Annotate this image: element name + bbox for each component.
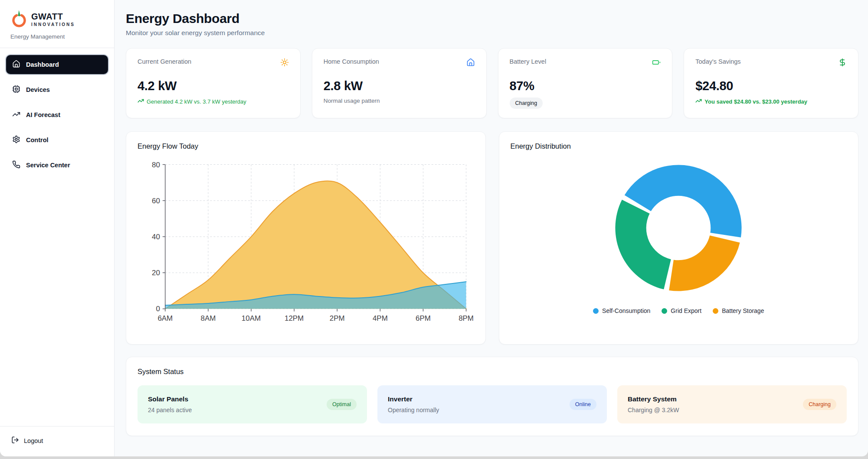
- legend-item[interactable]: Battery Storage: [713, 307, 764, 314]
- section-title: System Status: [138, 368, 847, 376]
- svg-text:6AM: 6AM: [157, 314, 173, 322]
- sidebar-item-control[interactable]: Control: [6, 130, 108, 150]
- chart-title: Energy Flow Today: [138, 142, 474, 150]
- trending-up-icon: [695, 98, 702, 105]
- brand-tagline: Energy Management: [10, 33, 104, 40]
- sidebar-item-label: Control: [26, 137, 49, 143]
- sidebar-item-devices[interactable]: Devices: [6, 80, 108, 99]
- legend-label: Self-Consumption: [602, 307, 650, 314]
- status-detail: Charging @ 3.2kW: [628, 407, 679, 413]
- legend-label: Battery Storage: [722, 307, 764, 314]
- cpu-icon: [12, 85, 20, 94]
- status-tile-inverter: Inverter Operating normally Online: [377, 385, 607, 423]
- logout-label: Logout: [24, 437, 43, 444]
- stat-value: 4.2 kW: [138, 79, 289, 93]
- status-badge: Charging: [803, 399, 836, 410]
- energy-distribution-card: Energy Distribution Self-Consumption Gri…: [499, 131, 859, 345]
- stat-label: Battery Level: [510, 58, 547, 65]
- energy-distribution-donut-chart: [607, 156, 750, 299]
- svg-text:4PM: 4PM: [373, 314, 388, 322]
- svg-text:40: 40: [152, 233, 160, 241]
- sidebar-item-label: AI Forecast: [26, 111, 60, 118]
- system-status-card: System Status Solar Panels 24 panels act…: [126, 357, 858, 436]
- stats-row: Current Generation 4.2 kW Generated 4.2 …: [126, 48, 858, 118]
- donut-legend: Self-Consumption Grid Export Battery Sto…: [511, 307, 847, 314]
- stat-value: $24.80: [695, 79, 847, 93]
- brand: GWATT INNOVATIONS Energy Management: [6, 10, 108, 40]
- stat-card-home-consumption: Home Consumption 2.8 kW Normal usage pat…: [312, 48, 487, 118]
- svg-text:8AM: 8AM: [200, 314, 216, 322]
- status-grid: Solar Panels 24 panels active Optimal In…: [138, 385, 847, 423]
- main-content: Energy Dashboard Monitor your solar ener…: [115, 0, 868, 456]
- brand-subtitle: INNOVATIONS: [31, 22, 75, 27]
- svg-text:10AM: 10AM: [242, 314, 261, 322]
- page-subtitle: Monitor your solar energy system perform…: [126, 29, 858, 37]
- page-title: Energy Dashboard: [126, 11, 858, 26]
- stat-note-text: You saved $24.80 vs. $23.00 yesterday: [704, 98, 807, 105]
- status-name: Solar Panels: [148, 395, 192, 403]
- sidebar-nav: Dashboard Devices AI Forecast Control: [6, 55, 108, 418]
- sidebar-divider: [0, 48, 114, 48]
- dollar-icon: [838, 58, 847, 68]
- legend-dot: [713, 308, 718, 314]
- logout-button[interactable]: Logout: [6, 433, 48, 449]
- energy-flow-card: Energy Flow Today 0204060806AM8AM10AM12P…: [126, 131, 486, 345]
- svg-text:0: 0: [156, 305, 160, 313]
- stat-card-current-generation: Current Generation 4.2 kW Generated 4.2 …: [126, 48, 301, 118]
- stat-trend-note: Generated 4.2 kW vs. 3.7 kW yesterday: [138, 98, 289, 105]
- status-detail: Operating normally: [388, 407, 439, 413]
- brand-name: GWATT: [31, 12, 75, 21]
- trending-up-icon: [138, 98, 144, 105]
- sidebar-divider: [0, 426, 114, 426]
- legend-dot: [662, 308, 667, 314]
- stat-note-text: Generated 4.2 kW vs. 3.7 kW yesterday: [147, 98, 246, 105]
- sidebar-item-service-center[interactable]: Service Center: [6, 156, 108, 175]
- legend-item[interactable]: Grid Export: [662, 307, 701, 314]
- app-window: GWATT INNOVATIONS Energy Management Dash…: [0, 0, 868, 456]
- status-detail: 24 panels active: [148, 407, 192, 413]
- status-name: Battery System: [628, 395, 679, 403]
- logout-icon: [11, 436, 19, 445]
- brand-logo-icon: [10, 10, 28, 29]
- sun-icon: [280, 58, 289, 68]
- chart-title: Energy Distribution: [511, 142, 847, 150]
- stat-value: 2.8 kW: [324, 79, 475, 93]
- sidebar: GWATT INNOVATIONS Energy Management Dash…: [0, 0, 115, 456]
- svg-text:2PM: 2PM: [330, 314, 345, 322]
- battery-status-badge: Charging: [510, 98, 543, 109]
- legend-item[interactable]: Self-Consumption: [593, 307, 650, 314]
- home-icon: [12, 60, 20, 69]
- status-badge: Optimal: [327, 399, 357, 410]
- status-tile-solar-panels: Solar Panels 24 panels active Optimal: [138, 385, 367, 423]
- energy-flow-area-chart: 0204060806AM8AM10AM12PM2PM4PM6PM8PM: [138, 156, 474, 332]
- battery-icon: [652, 58, 661, 68]
- legend-dot: [593, 308, 599, 314]
- svg-text:12PM: 12PM: [285, 314, 304, 322]
- stat-label: Current Generation: [138, 58, 191, 65]
- house-icon: [466, 58, 475, 68]
- svg-text:20: 20: [152, 269, 160, 277]
- sidebar-item-label: Devices: [26, 86, 50, 93]
- status-badge: Online: [570, 399, 596, 410]
- stat-note-text: Normal usage pattern: [324, 98, 380, 104]
- stat-card-todays-savings: Today's Savings $24.80 You saved $24.80 …: [684, 48, 858, 118]
- phone-icon: [12, 160, 20, 170]
- sidebar-item-label: Dashboard: [26, 61, 59, 68]
- stat-note: Normal usage pattern: [324, 98, 475, 104]
- gear-icon: [12, 135, 20, 145]
- svg-text:80: 80: [152, 161, 160, 169]
- sidebar-item-ai-forecast[interactable]: AI Forecast: [6, 105, 108, 124]
- sidebar-item-label: Service Center: [26, 162, 70, 169]
- status-tile-battery-system: Battery System Charging @ 3.2kW Charging: [617, 385, 847, 423]
- svg-text:60: 60: [152, 197, 160, 205]
- stat-label: Today's Savings: [695, 58, 740, 65]
- stat-trend-note: You saved $24.80 vs. $23.00 yesterday: [695, 98, 847, 105]
- charts-row: Energy Flow Today 0204060806AM8AM10AM12P…: [126, 131, 858, 345]
- svg-text:6PM: 6PM: [416, 314, 431, 322]
- trending-up-icon: [12, 110, 20, 120]
- status-name: Inverter: [388, 395, 439, 403]
- sidebar-item-dashboard[interactable]: Dashboard: [6, 55, 108, 74]
- sidebar-footer: Logout: [6, 418, 108, 449]
- stat-card-battery-level: Battery Level 87% Charging: [498, 48, 673, 118]
- stat-value: 87%: [510, 79, 661, 93]
